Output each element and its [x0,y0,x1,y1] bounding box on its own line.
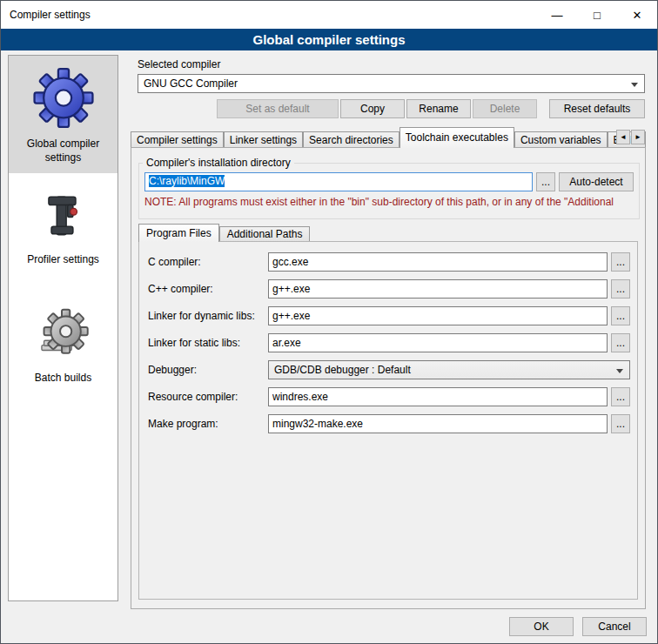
c-compiler-browse-button[interactable]: ... [611,252,630,272]
toolchain-executables-panel: Compiler's installation directory C:\ray… [131,147,646,609]
install-dir-input[interactable]: C:\raylib\MinGW [144,172,533,191]
form-row: Make program: ... [148,414,630,433]
install-dir-group: Compiler's installation directory C:\ray… [138,157,640,219]
selected-compiler-value: GNU GCC Compiler [144,77,238,90]
cpp-compiler-input[interactable] [268,279,608,299]
static-linker-input[interactable] [268,333,608,352]
selected-compiler-label: Selected compiler [138,58,220,70]
install-dir-browse-button[interactable]: ... [536,172,555,191]
form-row: Debugger: GDB/CDB debugger : Default [148,360,630,379]
reset-defaults-button[interactable]: Reset defaults [549,99,645,118]
debugger-label: Debugger: [148,364,268,376]
tab-scroll-right-icon[interactable]: ► [631,130,645,144]
profiler-clamp-icon [37,191,91,249]
maximize-icon[interactable]: □ [577,1,617,29]
set-as-default-button[interactable]: Set as default [217,99,339,118]
tab-custom-variables[interactable]: Custom variables [514,131,608,148]
compiler-settings-window: Compiler settings — □ ✕ Global compiler … [0,0,658,644]
ok-button[interactable]: OK [509,617,574,636]
form-row: Linker for dynamic libs: ... [148,306,630,325]
cpp-compiler-label: C++ compiler: [148,283,268,295]
tab-scroll-controls: ◄ ► [616,130,645,144]
sidebar-item-label: Global compiler settings [11,138,115,164]
window-controls: — □ ✕ [537,1,657,29]
window-title: Compiler settings [10,9,91,21]
chevron-down-icon [631,83,638,87]
copy-button[interactable]: Copy [340,99,405,118]
rename-button[interactable]: Rename [406,99,471,118]
install-dir-row: C:\raylib\MinGW ... Auto-detect [139,171,639,191]
sidebar-item-global-compiler-settings[interactable]: Global compiler settings [9,56,118,173]
c-compiler-input[interactable] [268,252,608,272]
sidebar-item-profiler-settings[interactable]: Profiler settings [9,184,118,276]
page-title: Global compiler settings [1,29,657,50]
tab-linker-settings[interactable]: Linker settings [224,131,303,148]
gear-blue-icon [30,63,97,133]
sidebar-item-batch-builds[interactable]: Batch builds [9,300,118,394]
debugger-value: GDB/CDB debugger : Default [274,364,411,376]
delete-button[interactable]: Delete [473,99,537,118]
tab-additional-paths[interactable]: Additional Paths [219,226,311,242]
form-row: C compiler: ... [148,252,630,272]
form-row: C++ compiler: ... [148,279,630,299]
resource-compiler-browse-button[interactable]: ... [611,387,630,406]
tab-program-files[interactable]: Program Files [138,224,219,242]
make-program-input[interactable] [268,414,608,433]
form-row: Linker for static libs: ... [148,333,630,352]
close-icon[interactable]: ✕ [617,1,657,29]
resource-compiler-input[interactable] [268,387,608,406]
form-row: Resource compiler: ... [148,387,630,406]
dynamic-linker-input[interactable] [268,306,608,325]
tab-compiler-settings[interactable]: Compiler settings [131,131,224,148]
dialog-footer: OK Cancel [509,617,647,636]
tab-search-directories[interactable]: Search directories [303,131,400,148]
static-linker-browse-button[interactable]: ... [611,333,630,352]
install-dir-group-title: Compiler's installation directory [143,157,294,169]
compiler-actions: Set as default Copy Rename Delete Reset … [138,99,645,118]
subtab-strip: Program Files Additional Paths [138,224,310,242]
program-files-panel: C compiler: ... C++ compiler: ... Linker… [138,241,638,600]
dynamic-linker-browse-button[interactable]: ... [611,306,630,325]
cancel-button[interactable]: Cancel [582,617,647,636]
install-dir-value: C:\raylib\MinGW [149,175,225,187]
c-compiler-label: C compiler: [148,256,268,268]
sidebar-item-label: Profiler settings [27,253,99,267]
sidebar: Global compiler settings Profiler settin… [8,55,118,601]
make-program-label: Make program: [148,418,268,430]
tab-strip: Compiler settings Linker settings Search… [131,127,646,148]
sidebar-item-label: Batch builds [35,372,91,386]
dynamic-linker-label: Linker for dynamic libs: [148,310,268,322]
titlebar: Compiler settings — □ ✕ [1,1,657,29]
make-program-browse-button[interactable]: ... [611,414,630,433]
debugger-dropdown[interactable]: GDB/CDB debugger : Default [268,360,630,379]
auto-detect-button[interactable]: Auto-detect [559,172,634,191]
tab-toolchain-executables[interactable]: Toolchain executables [400,127,514,148]
selected-compiler-dropdown[interactable]: GNU GCC Compiler [138,74,645,93]
resource-compiler-label: Resource compiler: [148,391,268,403]
gear-gray-icon [35,307,92,367]
minimize-icon[interactable]: — [537,1,577,29]
note-text: NOTE: All programs must exist either in … [139,191,639,208]
tab-scroll-left-icon[interactable]: ◄ [616,130,630,144]
chevron-down-icon [616,369,623,373]
cpp-compiler-browse-button[interactable]: ... [611,279,630,299]
static-linker-label: Linker for static libs: [148,337,268,349]
